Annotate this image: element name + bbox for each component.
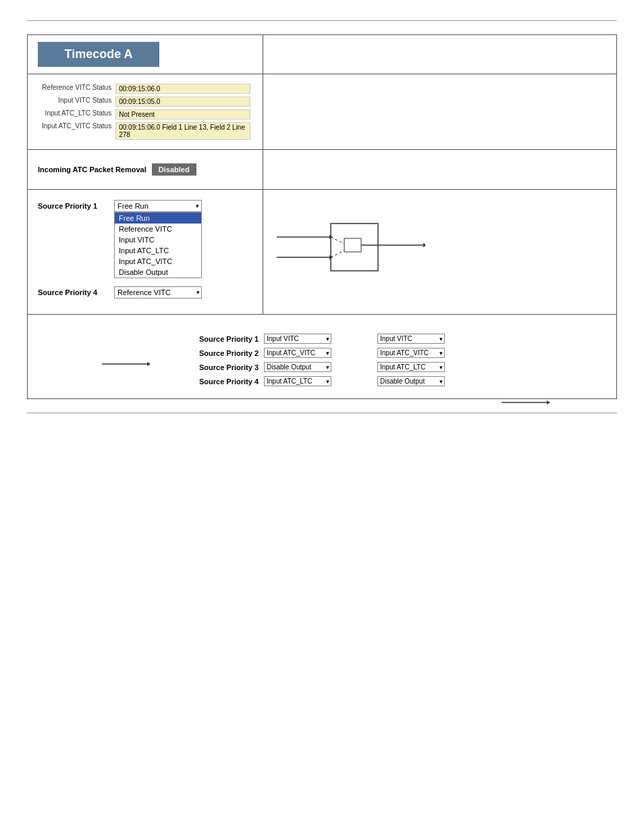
left-arrow-svg xyxy=(99,357,153,371)
status-right-cell xyxy=(263,74,617,150)
status-label-3: Input ATC_VITC Status xyxy=(38,121,113,141)
status-row-1: Input VITC Status 00:09:15:05.0 xyxy=(38,95,252,108)
status-label-1: Input VITC Status xyxy=(38,95,113,108)
ex-right-select-wrapper-0: Input VITC xyxy=(377,334,445,344)
source-priority-1-select[interactable]: Free Run ▾ xyxy=(114,200,202,212)
status-value-0: 00:09:15:06.0 xyxy=(115,84,250,94)
ex-left-select-cell-3: Input ATC_LTC xyxy=(261,374,334,388)
ex-left-select-wrapper-2: Disable Output xyxy=(264,362,331,372)
left-example-table: Source Priority 1 Input VITC Source Pr xyxy=(196,332,334,388)
status-row-3: Input ATC_VITC Status 00:09:15:06.0 Fiel… xyxy=(38,121,252,141)
svg-marker-9 xyxy=(423,243,425,247)
ex-right-row-2: Input ATC_LTC xyxy=(375,360,448,374)
source-priority-4-wrapper: Free Run Reference VITC Input VITC Input… xyxy=(114,286,202,298)
main-table: Timecode A Reference VITC Status 00:09:1… xyxy=(27,34,617,399)
ex-left-label-3: Source Priority 4 xyxy=(196,374,261,388)
svg-marker-11 xyxy=(147,362,151,366)
header-left-cell: Timecode A xyxy=(28,35,263,74)
ex-left-select-cell-1: Input ATC_VITC xyxy=(261,346,334,360)
ex-left-select-1[interactable]: Input ATC_VITC xyxy=(264,348,331,358)
source-priority-1-value: Free Run xyxy=(117,202,149,210)
ex-right-select-0[interactable]: Input VITC xyxy=(377,334,445,344)
diagram-cell xyxy=(263,190,617,315)
source-left-cell: Source Priority 1 Free Run ▾ Free Run Re… xyxy=(28,190,263,315)
ex-left-row-0: Source Priority 1 Input VITC xyxy=(196,332,334,346)
left-arrow-annotation xyxy=(99,357,153,371)
ex-left-select-wrapper-0: Input VITC xyxy=(264,334,331,344)
status-label-2: Input ATC_LTC Status xyxy=(38,108,113,121)
ex-left-select-0[interactable]: Input VITC xyxy=(264,334,331,344)
examples-container: Source Priority 1 Input VITC Source Pr xyxy=(38,332,606,388)
svg-line-7 xyxy=(331,251,344,257)
ex-left-select-2[interactable]: Disable Output xyxy=(264,362,331,372)
status-value-3: 00:09:15:06.0 Field 1 Line 13, Field 2 L… xyxy=(115,122,250,140)
ex-left-row-3: Source Priority 4 Input ATC_LTC xyxy=(196,374,334,388)
ex-right-select-cell-1: Input ATC_VITC xyxy=(375,346,448,360)
ex-right-select-cell-0: Input VITC xyxy=(375,332,448,346)
source-priority-1-row: Source Priority 1 Free Run ▾ Free Run Re… xyxy=(38,200,252,212)
ex-left-label-1: Source Priority 2 xyxy=(196,346,261,360)
dropdown-item-input-atc-vitc[interactable]: Input ATC_VITC xyxy=(115,256,201,267)
status-value-1: 00:09:15:05.0 xyxy=(115,97,250,107)
disabled-button[interactable]: Disabled xyxy=(152,163,196,176)
status-value-2: Not Present xyxy=(115,109,250,120)
mux-diagram xyxy=(277,203,425,291)
ex-left-label-0: Source Priority 1 xyxy=(196,332,261,346)
ex-left-select-wrapper-3: Input ATC_LTC xyxy=(264,376,331,386)
status-row-0: Reference VITC Status 00:09:15:06.0 xyxy=(38,82,252,95)
ex-right-select-wrapper-1: Input ATC_VITC xyxy=(377,348,445,358)
source-priority-1-arrow: ▾ xyxy=(196,203,199,209)
ex-right-select-2[interactable]: Input ATC_LTC xyxy=(377,362,445,372)
source-priority-1-label: Source Priority 1 xyxy=(38,200,109,210)
header-right-cell xyxy=(263,35,617,74)
ex-right-select-cell-2: Input ATC_LTC xyxy=(375,360,448,374)
source-priority-row: Source Priority 1 Free Run ▾ Free Run Re… xyxy=(28,190,617,315)
source-priority-4-row: Source Priority 4 Free Run Reference VIT… xyxy=(38,286,252,298)
svg-rect-0 xyxy=(331,224,378,271)
source-priority-1-dropdown: Free Run Reference VITC Input VITC Input… xyxy=(114,212,202,278)
atc-cell: Incoming ATC Packet Removal Disabled xyxy=(28,150,263,190)
ex-left-select-3[interactable]: Input ATC_LTC xyxy=(264,376,331,386)
right-arrow-svg xyxy=(498,396,552,409)
dropdown-item-ref-vitc[interactable]: Reference VITC xyxy=(115,224,201,234)
ex-right-select-wrapper-2: Input ATC_LTC xyxy=(377,362,445,372)
right-arrow-annotation xyxy=(498,396,552,409)
ex-right-select-wrapper-3: Disable Output xyxy=(377,376,445,386)
ex-left-select-cell-2: Disable Output xyxy=(261,360,334,374)
examples-row: Source Priority 1 Input VITC Source Pr xyxy=(28,315,617,399)
status-table: Reference VITC Status 00:09:15:06.0 Inpu… xyxy=(38,82,252,141)
timecode-banner: Timecode A xyxy=(38,42,159,67)
source-priority-4-select[interactable]: Free Run Reference VITC Input VITC Input… xyxy=(114,286,202,298)
ex-right-row-0: Input VITC xyxy=(375,332,448,346)
atc-row-container: Incoming ATC Packet Removal Disabled xyxy=(38,163,252,176)
ex-right-select-1[interactable]: Input ATC_VITC xyxy=(377,348,445,358)
dropdown-item-free-run[interactable]: Free Run xyxy=(115,213,201,224)
page-wrapper: Timecode A Reference VITC Status 00:09:1… xyxy=(0,0,644,434)
svg-marker-13 xyxy=(547,400,550,405)
ex-left-select-wrapper-1: Input ATC_VITC xyxy=(264,348,331,358)
ex-left-label-2: Source Priority 3 xyxy=(196,360,261,374)
top-rule xyxy=(27,20,617,21)
ex-left-row-2: Source Priority 3 Disable Output xyxy=(196,360,334,374)
right-example-table: Input VITC Input ATC_VITC xyxy=(375,332,448,388)
ex-left-row-1: Source Priority 2 Input ATC_VITC xyxy=(196,346,334,360)
svg-line-6 xyxy=(331,237,344,244)
timecode-title: Timecode A xyxy=(64,47,132,61)
dropdown-item-input-vitc[interactable]: Input VITC xyxy=(115,234,201,245)
ex-right-select-3[interactable]: Disable Output xyxy=(377,376,445,386)
dropdown-item-input-atc-ltc[interactable]: Input ATC_LTC xyxy=(115,245,201,256)
source-priority-1-wrapper: Free Run ▾ Free Run Reference VITC Input… xyxy=(114,200,202,212)
status-row-2: Input ATC_LTC Status Not Present xyxy=(38,108,252,121)
ex-right-select-cell-3: Disable Output xyxy=(375,374,448,388)
status-cell: Reference VITC Status 00:09:15:06.0 Inpu… xyxy=(28,74,263,150)
header-row: Timecode A xyxy=(28,35,617,74)
atc-row: Incoming ATC Packet Removal Disabled xyxy=(28,150,617,190)
dropdown-item-disable-output[interactable]: Disable Output xyxy=(115,267,201,278)
status-row: Reference VITC Status 00:09:15:06.0 Inpu… xyxy=(28,74,617,150)
bottom-rule xyxy=(27,413,617,413)
examples-cell: Source Priority 1 Input VITC Source Pr xyxy=(28,315,617,399)
status-label-0: Reference VITC Status xyxy=(38,82,113,95)
svg-rect-1 xyxy=(344,238,361,252)
ex-right-row-1: Input ATC_VITC xyxy=(375,346,448,360)
ex-right-row-3: Disable Output xyxy=(375,374,448,388)
